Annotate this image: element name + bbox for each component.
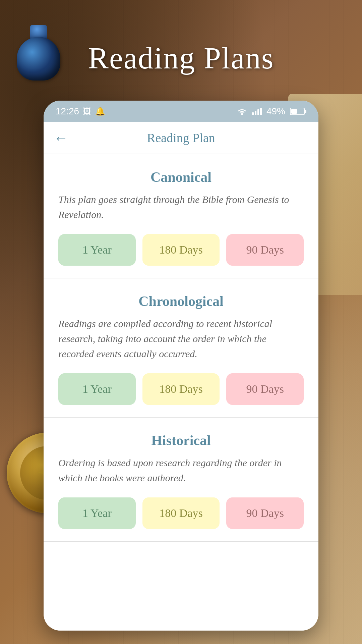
photo-icon: 🖼 bbox=[83, 107, 91, 116]
canonical-180days-button[interactable]: 180 Days bbox=[142, 234, 220, 266]
chronological-title: Chronological bbox=[58, 293, 304, 309]
historical-section: Historical Ordering is based upon resear… bbox=[44, 418, 318, 542]
chronological-description: Readings are compiled according to recen… bbox=[58, 316, 304, 361]
canonical-1year-button[interactable]: 1 Year bbox=[58, 234, 136, 266]
canonical-description: This plan goes straight through the Bibl… bbox=[58, 192, 304, 222]
canonical-title: Canonical bbox=[58, 169, 304, 185]
chronological-180days-button[interactable]: 180 Days bbox=[142, 373, 220, 405]
status-left: 12:26 🖼 🔔 bbox=[56, 106, 105, 117]
battery-icon bbox=[290, 108, 306, 115]
wifi-icon bbox=[237, 108, 247, 115]
time-display: 12:26 bbox=[56, 106, 79, 117]
historical-1year-button[interactable]: 1 Year bbox=[58, 497, 136, 529]
phone-frame: 12:26 🖼 🔔 49% bbox=[44, 101, 318, 631]
historical-90days-button[interactable]: 90 Days bbox=[226, 497, 304, 529]
chronological-section: Chronological Readings are compiled acco… bbox=[44, 278, 318, 418]
historical-description: Ordering is based upon research regardin… bbox=[58, 455, 304, 485]
svg-point-0 bbox=[241, 113, 243, 115]
chronological-90days-button[interactable]: 90 Days bbox=[226, 373, 304, 405]
battery-percent: 49% bbox=[266, 106, 285, 117]
canonical-section: Canonical This plan goes straight throug… bbox=[44, 154, 318, 278]
content-area: Canonical This plan goes straight throug… bbox=[44, 154, 318, 631]
signal-icon bbox=[252, 108, 262, 115]
status-bar: 12:26 🖼 🔔 49% bbox=[44, 101, 318, 122]
historical-180days-button[interactable]: 180 Days bbox=[142, 497, 220, 529]
canonical-buttons: 1 Year 180 Days 90 Days bbox=[58, 234, 304, 266]
chronological-1year-button[interactable]: 1 Year bbox=[58, 373, 136, 405]
page-title: Reading Plan bbox=[147, 130, 215, 145]
back-button[interactable]: ← bbox=[54, 129, 68, 147]
historical-title: Historical bbox=[58, 432, 304, 448]
chronological-buttons: 1 Year 180 Days 90 Days bbox=[58, 373, 304, 405]
nav-header: ← Reading Plan bbox=[44, 122, 318, 154]
notification-icon: 🔔 bbox=[95, 107, 105, 116]
status-right: 49% bbox=[237, 106, 306, 117]
app-title: Reading Plans bbox=[0, 40, 362, 76]
historical-buttons: 1 Year 180 Days 90 Days bbox=[58, 497, 304, 529]
canonical-90days-button[interactable]: 90 Days bbox=[226, 234, 304, 266]
